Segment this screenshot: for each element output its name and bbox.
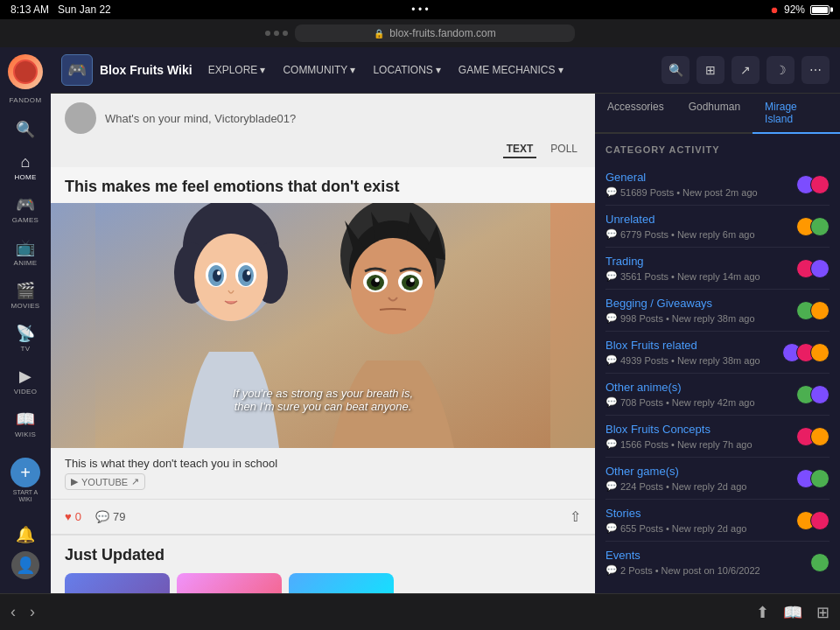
category-blox-fruits-related[interactable]: Blox Fruits related 💬 4939 Posts • New r… (606, 332, 830, 374)
user-avatar[interactable]: 👤 (11, 551, 39, 579)
category-other-anime[interactable]: Other anime(s) 💬 708 Posts • New reply 4… (606, 374, 830, 416)
category-other-games-avatars (796, 469, 830, 488)
category-trading-name: Trading (606, 255, 789, 268)
category-avatar (810, 553, 830, 572)
category-other-games[interactable]: Other game(s) 💬 224 Posts • New reply 2d… (606, 458, 830, 500)
site-logo[interactable]: 🎮 (61, 54, 93, 86)
explore-dropdown-icon: ▾ (260, 64, 265, 76)
tab-text[interactable]: TEXT (503, 141, 537, 158)
compose-avatar (65, 102, 96, 134)
category-activity: CATEGORY ACTIVITY General 💬 51689 Posts … (595, 134, 840, 593)
back-icon[interactable]: ‹ (10, 603, 16, 621)
sidebar-item-anime[interactable]: 📺 ANIME (0, 233, 51, 272)
youtube-badge[interactable]: ▶ YOUTUBE ↗ (65, 473, 145, 490)
update-cards (65, 573, 581, 593)
nav-explore[interactable]: EXPLORE ▾ (201, 60, 273, 80)
start-wiki-button[interactable]: + (10, 458, 40, 487)
lock-icon: 🔒 (374, 29, 384, 38)
tab-accessories[interactable]: Accessories (595, 94, 676, 134)
status-bar: 8:13 AM Sun Jan 22 • • • ⏺ 92% (0, 0, 840, 19)
time: 8:13 AM (10, 4, 49, 16)
header-grid-icon[interactable]: ⊞ (696, 56, 724, 84)
share-button[interactable]: ⇧ (570, 508, 581, 525)
comment-button[interactable]: 💬 79 (95, 510, 125, 523)
update-card-1[interactable] (65, 573, 170, 593)
category-avatar (810, 301, 830, 320)
header-more-icon[interactable]: ⋯ (802, 56, 830, 84)
category-unrelated-meta: 💬 6779 Posts • New reply 6m ago (606, 228, 789, 240)
category-stories[interactable]: Stories 💬 655 Posts • New reply 2d ago (606, 500, 830, 542)
locations-dropdown-icon: ▾ (436, 64, 441, 76)
update-card-3[interactable] (289, 573, 394, 593)
comment-count: 79 (113, 510, 125, 523)
category-begging-avatars (796, 301, 830, 320)
chat-icon: 💬 (606, 354, 618, 366)
sidebar-item-home[interactable]: ⌂ HOME (0, 148, 51, 186)
category-avatar (810, 175, 830, 194)
header-activity-icon[interactable]: ↗ (732, 56, 760, 84)
category-general[interactable]: General 💬 51689 Posts • New post 2m ago (606, 164, 830, 206)
category-trading[interactable]: Trading 💬 3561 Posts • New reply 14m ago (606, 248, 830, 290)
compose-prompt[interactable]: What's on your mind, Victoryblade01? (105, 112, 296, 125)
svg-point-13 (247, 271, 250, 276)
post-area: What's on your mind, Victoryblade01? TEX… (51, 94, 595, 167)
header-theme-icon[interactable]: ☽ (766, 56, 794, 84)
youtube-link-text: This is what they don't teach you in sch… (65, 457, 581, 470)
fandom-logo[interactable] (8, 54, 43, 89)
category-other-games-name: Other game(s) (606, 465, 789, 478)
category-begging[interactable]: Begging / Giveaways 💬 998 Posts • New re… (606, 290, 830, 332)
category-general-name: General (606, 171, 789, 184)
nav-locations[interactable]: LOCATIONS ▾ (366, 60, 447, 80)
header-icons: 🔍 ⊞ ↗ ☽ ⋯ (662, 56, 830, 84)
category-blox-concepts-name: Blox Fruits Concepts (606, 423, 789, 436)
category-blox-related-avatars (782, 343, 830, 362)
tv-label: TV (21, 345, 31, 353)
sidebar-item-video[interactable]: ▶ VIDEO (0, 361, 51, 401)
like-count: 0 (75, 510, 81, 523)
notifications-icon[interactable]: 🔔 (16, 525, 35, 544)
address-bar[interactable]: 🔒 blox-fruits.fandom.com (295, 24, 575, 42)
svg-point-12 (217, 271, 220, 276)
bookmarks-icon[interactable]: 📖 (783, 603, 802, 622)
sidebar-item-games[interactable]: 🎮 GAMES (0, 190, 51, 229)
sidebar-search[interactable]: 🔍 (0, 115, 51, 144)
category-unrelated-name: Unrelated (606, 213, 789, 226)
svg-point-5 (194, 234, 268, 321)
chat-icon: 💬 (606, 186, 618, 198)
nav-game-mechanics[interactable]: GAME MECHANICS ▾ (452, 60, 570, 80)
forward-icon[interactable]: › (30, 603, 35, 621)
right-sidebar: Accessories Godhuman Mirage Island CATEG… (595, 94, 840, 593)
category-blox-concepts[interactable]: Blox Fruits Concepts 💬 1566 Posts • New … (606, 416, 830, 458)
sidebar-item-tv[interactable]: 📡 TV (0, 318, 51, 358)
tab-godhuman[interactable]: Godhuman (676, 94, 752, 134)
chat-icon: 💬 (606, 228, 618, 240)
sidebar-item-movies[interactable]: 🎬 MOVIES (0, 276, 51, 315)
just-updated-section: Just Updated (51, 534, 595, 593)
tab-poll[interactable]: POLL (547, 141, 581, 158)
share-nav-icon[interactable]: ⬆ (756, 603, 769, 622)
nav-icons-left: ‹ › (10, 603, 35, 621)
content-area: 🎮 Blox Fruits Wiki EXPLORE ▾ COMMUNITY ▾… (51, 47, 840, 593)
category-avatar (810, 217, 830, 236)
header-search-icon[interactable]: 🔍 (662, 56, 690, 84)
category-unrelated[interactable]: Unrelated 💬 6779 Posts • New reply 6m ag… (606, 206, 830, 248)
main-layout: FANDOM 🔍 ⌂ HOME 🎮 GAMES 📺 ANIME 🎬 MOVIES… (0, 47, 840, 593)
main-content: What's on your mind, Victoryblade01? TEX… (51, 94, 595, 593)
category-blox-related-info: Blox Fruits related 💬 4939 Posts • New r… (606, 339, 775, 366)
like-button[interactable]: ♥ 0 (65, 510, 81, 523)
browser-dots-nav (265, 31, 288, 36)
sidebar-item-wikis[interactable]: 📖 WIKIS (0, 404, 51, 444)
content-with-sidebar: What's on your mind, Victoryblade01? TEX… (51, 94, 840, 593)
nav-community[interactable]: COMMUNITY ▾ (276, 60, 362, 80)
video-icon: ▶ (19, 367, 32, 386)
tab-mirage-island[interactable]: Mirage Island (752, 94, 840, 134)
date: Sun Jan 22 (58, 4, 111, 16)
tabs-icon[interactable]: ⊞ (816, 603, 830, 622)
category-unrelated-info: Unrelated 💬 6779 Posts • New reply 6m ag… (606, 213, 789, 240)
update-card-2[interactable] (177, 573, 282, 593)
post-image-caption: If you're as strong as your breath is, t… (233, 387, 413, 413)
category-events[interactable]: Events 💬 2 Posts • New post on 10/6/2022 (606, 542, 830, 583)
category-begging-info: Begging / Giveaways 💬 998 Posts • New re… (606, 297, 789, 324)
browser-nav-bar: ‹ › ⬆ 📖 ⊞ (0, 593, 840, 630)
category-activity-title: CATEGORY ACTIVITY (606, 144, 830, 155)
